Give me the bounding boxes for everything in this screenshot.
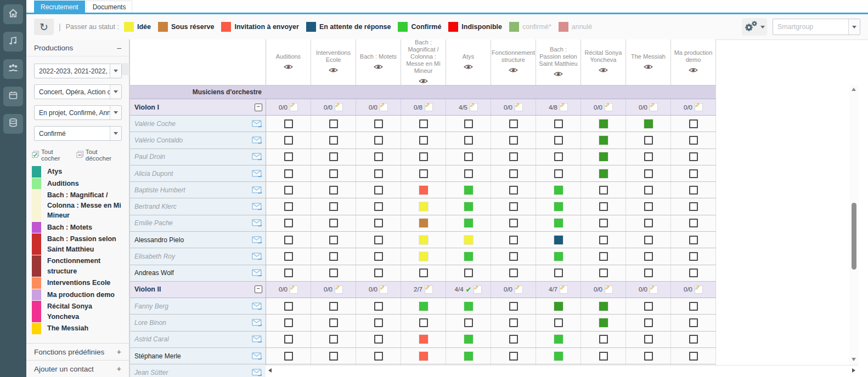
eye-icon[interactable] [644, 62, 653, 72]
status-checkbox[interactable] [599, 352, 608, 361]
musician-name-cell[interactable]: Fanny Berg [130, 298, 266, 314]
rail-button-database[interactable] [3, 114, 23, 134]
section-name-cell[interactable]: Violon II− [130, 282, 266, 298]
status-checkbox[interactable] [419, 269, 428, 277]
musician-name-cell[interactable]: Lore Binon [130, 315, 266, 330]
status-checkbox[interactable] [644, 352, 653, 361]
column-header[interactable]: Interventions Ecole [311, 39, 356, 85]
status-square[interactable] [554, 219, 563, 227]
rail-button-calendar[interactable] [3, 87, 23, 106]
column-header[interactable]: Récital Sonya Yoncheva [581, 39, 626, 85]
recruitment-count-cell[interactable]: 0/0✎ [581, 99, 626, 115]
recruitment-count-cell[interactable]: 0/0✎ [626, 282, 671, 298]
status-checkbox[interactable] [689, 269, 698, 277]
status-square[interactable] [554, 186, 563, 195]
musician-row[interactable]: Stéphane Merle [130, 348, 716, 364]
recruitment-count-cell[interactable]: 4/4✔✎ [446, 282, 491, 298]
status-square[interactable] [419, 352, 428, 361]
status-square[interactable] [464, 219, 473, 227]
mail-icon[interactable] [252, 136, 262, 144]
status-legend-item[interactable]: Idée [124, 22, 151, 32]
refresh-button[interactable]: ↻ [34, 19, 54, 35]
recruitment-count-cell[interactable]: 0/0✎ [266, 282, 311, 298]
status-checkbox[interactable] [689, 169, 698, 178]
collapse-section-icon[interactable]: − [255, 104, 262, 111]
status-checkbox[interactable] [329, 302, 338, 311]
rail-button-musicians[interactable] [3, 59, 23, 79]
status-checkbox[interactable] [329, 269, 338, 277]
musician-name-cell[interactable]: Elisabeth Roy [130, 248, 266, 264]
status-checkbox[interactable] [329, 252, 338, 261]
status-checkbox[interactable] [284, 136, 293, 145]
status-checkbox[interactable] [464, 152, 473, 161]
status-checkbox[interactable] [689, 236, 698, 244]
tab-recrutement[interactable]: Recrutement [34, 1, 85, 13]
uncheck-all-link[interactable]: Tout décocher [76, 148, 123, 162]
status-checkbox[interactable] [644, 318, 653, 327]
status-square[interactable] [554, 302, 563, 311]
status-checkbox[interactable] [689, 352, 698, 361]
eye-icon[interactable] [599, 65, 608, 75]
status-checkbox[interactable] [599, 335, 608, 344]
edit-pencil-icon[interactable]: ✎ [650, 285, 658, 294]
column-header[interactable]: Bach : Passion selon Saint Matthieu [536, 39, 581, 85]
status-checkbox[interactable] [644, 335, 653, 344]
status-checkbox[interactable] [644, 186, 653, 195]
edit-pencil-icon[interactable]: ✎ [560, 285, 568, 294]
column-header[interactable]: Ma production demo [671, 39, 716, 85]
mail-icon[interactable] [252, 352, 262, 360]
status-square[interactable] [644, 119, 653, 128]
edit-pencil-icon[interactable]: ✎ [335, 103, 343, 111]
mail-icon[interactable] [252, 203, 262, 210]
status-checkbox[interactable] [509, 219, 518, 227]
status-checkbox[interactable] [284, 318, 293, 327]
musician-name-cell[interactable]: Paul Droin [130, 149, 266, 165]
status-square[interactable] [464, 186, 473, 195]
status-square[interactable] [599, 318, 608, 327]
column-header[interactable]: Atys [446, 39, 491, 85]
status-checkbox[interactable] [554, 152, 563, 161]
status-checkbox[interactable] [689, 302, 698, 311]
edit-pencil-icon[interactable]: ✎ [515, 285, 523, 294]
edit-pencil-icon[interactable]: ✎ [470, 103, 478, 111]
status-checkbox[interactable] [329, 169, 338, 178]
productions-panel-header[interactable]: Productions – [26, 39, 129, 56]
eye-icon[interactable] [689, 65, 698, 75]
settings-button[interactable] [742, 18, 767, 36]
collapse-section-icon[interactable]: − [255, 285, 262, 293]
status-checkbox[interactable] [599, 269, 608, 277]
recruitment-count-cell[interactable]: 4/7✎ [536, 282, 581, 298]
status-checkbox[interactable] [554, 269, 563, 277]
musician-row[interactable]: Fanny Berg [130, 298, 716, 315]
status-checkbox[interactable] [554, 119, 563, 128]
status-checkbox[interactable] [644, 252, 653, 261]
status-checkbox[interactable] [374, 136, 383, 145]
status-checkbox[interactable] [329, 219, 338, 227]
status-legend-item[interactable]: En attente de réponse [306, 22, 391, 32]
musician-row[interactable]: Baptiste Humbert [130, 182, 716, 198]
status-legend-item[interactable]: confirmé* [509, 22, 551, 32]
mail-icon[interactable] [252, 319, 262, 327]
production-legend-item[interactable]: The Messiah [32, 323, 123, 334]
status-square[interactable] [464, 335, 473, 344]
status-checkbox[interactable] [689, 252, 698, 261]
status-checkbox[interactable] [509, 169, 518, 178]
status-square[interactable] [554, 236, 563, 244]
tab-documents[interactable]: Documents [86, 1, 133, 13]
eye-icon[interactable] [464, 62, 473, 72]
edit-pencil-icon[interactable]: ✎ [695, 285, 703, 294]
mail-icon[interactable] [252, 153, 262, 161]
status-checkbox[interactable] [419, 136, 428, 145]
status-checkbox[interactable] [509, 136, 518, 145]
status-checkbox[interactable] [509, 335, 518, 344]
status-checkbox[interactable] [689, 186, 698, 195]
status-checkbox[interactable] [419, 318, 428, 327]
status-checkbox[interactable] [329, 318, 338, 327]
status-checkbox[interactable] [284, 252, 293, 261]
scroll-left-arrow[interactable] [268, 368, 272, 373]
status-checkbox[interactable] [374, 236, 383, 244]
musician-row[interactable]: Andreas Wolf [130, 265, 716, 282]
edit-pencil-icon[interactable]: ✎ [425, 285, 433, 294]
status-checkbox[interactable] [689, 152, 698, 161]
status-checkbox[interactable] [329, 136, 338, 145]
